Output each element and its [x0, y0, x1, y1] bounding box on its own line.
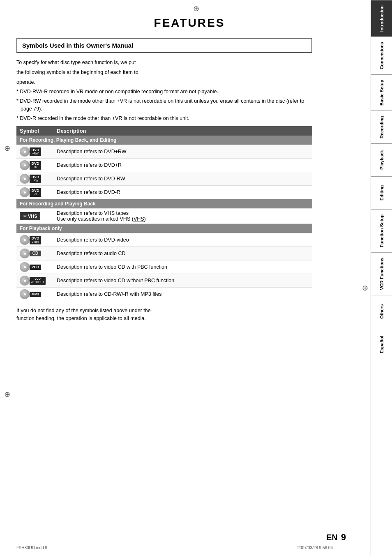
symbol-mp3: MP3 [16, 288, 53, 301]
page-number: 9 [341, 532, 346, 543]
right-sidebar: Introduction Connections Basic Setup Rec… [371, 0, 392, 555]
symbol-dvd-r: DVD-R [16, 186, 53, 199]
page-title: FEATURES [16, 16, 362, 30]
sidebar-tab-vcr-functions-label: VCR Functions [379, 258, 384, 290]
sidebar-tab-connections-label: Connections [379, 42, 384, 69]
page-container: ⊕ ⊕ ⊕ ⊕ FEATURES Symbols Used in this Ow… [0, 0, 392, 555]
col-symbol: Symbol [16, 126, 53, 136]
desc-dvd-r: Description refers to DVD-R [53, 186, 312, 199]
table-row: DVD-R Description refers to DVD-R [16, 186, 312, 199]
desc-cd: Description refers to audio CD [53, 247, 312, 260]
sidebar-tab-function-setup[interactable]: Function Setup [371, 209, 392, 252]
desc-cd-text: Description refers to audio [57, 251, 117, 256]
sidebar-tab-recording-label: Recording [379, 116, 384, 138]
desc-vhs: Description refers to VHS tapes Use only… [53, 209, 312, 224]
footer-text: If you do not find any of the symbols li… [16, 307, 312, 322]
sidebar-tab-playback-label: Playback [379, 150, 384, 170]
sidebar-tab-function-setup-label: Function Setup [379, 214, 384, 247]
table-row: 📼VHS Description refers to VHS tapes Use… [16, 209, 312, 224]
desc-vhs-line1: Description refers to VHS tapes [57, 210, 129, 216]
sidebar-tab-introduction[interactable]: Introduction [371, 0, 392, 37]
footer-line1: If you do not find any of the symbols li… [16, 307, 312, 315]
page-bottom: E9H80UD.indd 9 2007/03/28 9:56:04 [0, 546, 349, 550]
symbol-dvd-video: DVDVideo [16, 233, 53, 247]
sidebar-tab-recording[interactable]: Recording [371, 111, 392, 143]
table-row: MP3 Description refers to CD-RW/-R with … [16, 288, 312, 301]
sidebar-tab-espanol-label: Español [379, 336, 384, 353]
desc-dvd-plusrw: Description refers to DVD+RW [53, 145, 312, 159]
table-row: VCDWITHOUT Description refers to video C… [16, 274, 312, 288]
footer-line2: function heading, the operation is appli… [16, 315, 312, 322]
intro-line2: the following symbols at the beginning o… [16, 69, 312, 76]
sidebar-tab-editing[interactable]: Editing [371, 176, 392, 209]
desc-dvd-video: Description refers to DVD-video [53, 233, 312, 247]
page-number-area: EN 9 [326, 532, 346, 543]
table-row: DVD+RW Description refers to DVD+RW [16, 145, 312, 159]
section-header-3: For Playback only [16, 224, 312, 233]
desc-vcd: Description refers to video CD with PBC … [53, 260, 312, 274]
sidebar-tab-editing-label: Editing [379, 185, 384, 200]
desc-dvd-plusr: Description refers to DVD+R [53, 159, 312, 172]
sidebar-tab-basic-setup[interactable]: Basic Setup [371, 74, 392, 111]
symbol-dvd-plusrw: DVD+RW [16, 145, 53, 159]
symbol-vhs: 📼VHS [16, 209, 53, 224]
desc-vhs-line2: Use only cassettes marked VHS (VHS) [57, 216, 146, 222]
sidebar-tab-others[interactable]: Others [371, 295, 392, 328]
table-row: VCD Description refers to video CD with … [16, 260, 312, 274]
section-title: Symbols Used in this Owner's Manual [22, 42, 133, 49]
table-row: DVD+R Description refers to DVD+R [16, 159, 312, 172]
symbol-vcd-without: VCDWITHOUT [16, 274, 53, 288]
bottom-right: 2007/03/28 9:56:04 [297, 546, 333, 550]
vhs-badge-icon: 📼VHS [20, 212, 40, 220]
sidebar-tab-others-label: Others [379, 304, 384, 318]
table-row: DVDVideo Description refers to DVD-video [16, 233, 312, 247]
symbol-dvd-plusr: DVD+R [16, 159, 53, 172]
en-label: EN [326, 533, 338, 542]
intro-line1: To specify for what disc type each funct… [16, 59, 312, 67]
bottom-left: E9H80UD.indd 9 [16, 546, 47, 550]
section2-label: For Recording and Playing Back [16, 199, 312, 209]
symbol-dvd-rw: DVD-RW [16, 172, 53, 186]
section1-label: For Recording, Playing Back, and Editing [16, 136, 312, 145]
sidebar-tab-espanol[interactable]: Español [371, 328, 392, 361]
desc-dvd-rw: Description refers to DVD-RW [53, 172, 312, 186]
desc-vcd-without: Description refers to video CD without P… [53, 274, 312, 288]
table-row: CD Description refers to audio CD [16, 247, 312, 260]
intro-bullet1: * DVD-RW/-R recorded in VR mode or non c… [16, 88, 312, 96]
section-header-2: For Recording and Playing Back [16, 199, 312, 209]
desc-mp3: Description refers to CD-RW/-R with MP3 … [53, 288, 312, 301]
symbol-vcd: VCD [16, 260, 53, 274]
sidebar-tab-playback[interactable]: Playback [371, 143, 392, 176]
symbol-table: Symbol Description For Recording, Playin… [16, 126, 312, 301]
intro-line3: operate. [16, 78, 312, 86]
intro-bullet3: * DVD-R recorded in the mode other than … [16, 115, 312, 122]
col-description: Description [53, 126, 312, 136]
main-content: FEATURES Symbols Used in this Owner's Ma… [0, 0, 371, 555]
sidebar-tab-connections[interactable]: Connections [371, 37, 392, 74]
table-row: DVD-RW Description refers to DVD-RW [16, 172, 312, 186]
section-box: Symbols Used in this Owner's Manual [16, 38, 312, 53]
symbol-cd: CD [16, 247, 53, 260]
sidebar-tab-vcr-functions[interactable]: VCR Functions [371, 252, 392, 295]
intro-text: To specify for what disc type each funct… [16, 59, 312, 122]
section-header-1: For Recording, Playing Back, and Editing [16, 136, 312, 145]
sidebar-tab-basic-setup-label: Basic Setup [379, 80, 384, 106]
sidebar-tab-introduction-label: Introduction [379, 5, 384, 32]
section3-label: For Playback only [16, 224, 312, 233]
intro-bullet2: * DVD-RW recorded in the mode other than… [16, 97, 312, 113]
